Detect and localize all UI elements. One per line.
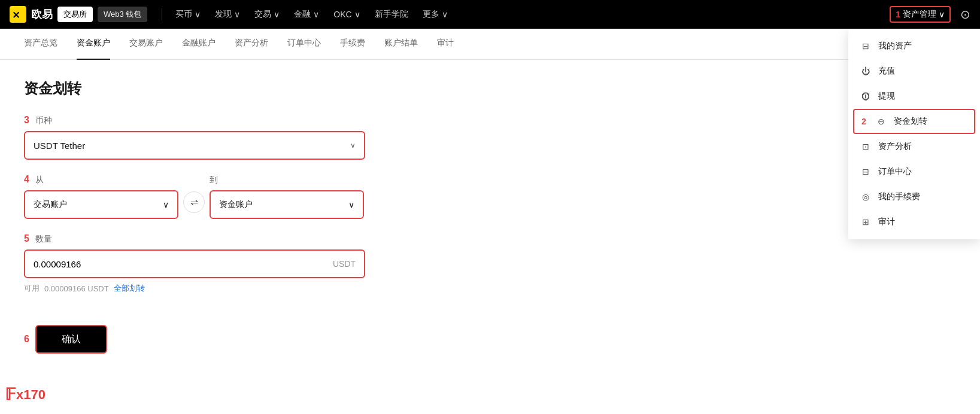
dropdown-order-center[interactable]: ⊟ 订单中心 xyxy=(848,159,980,184)
currency-section: 3 币种 USDT Tether ∨ xyxy=(24,115,431,160)
subnav-funding[interactable]: 资金账户 xyxy=(77,29,110,60)
web3-wallet-pill[interactable]: Web3 钱包 xyxy=(98,7,147,22)
order-center-label: 订单中心 xyxy=(878,166,912,177)
from-account-select[interactable]: 交易账户 ∨ xyxy=(24,190,178,219)
deposit-icon: ⏻ xyxy=(860,66,871,76)
nav-item-academy[interactable]: 新手学院 xyxy=(369,7,414,22)
audit-label: 审计 xyxy=(878,217,895,227)
my-fees-icon: ◎ xyxy=(860,192,871,202)
chevron-down-icon: ∨ xyxy=(348,200,354,209)
subnav-orders[interactable]: 订单中心 xyxy=(287,29,321,60)
quantity-unit: USDT xyxy=(333,259,356,269)
my-fees-label: 我的手续费 xyxy=(878,191,920,202)
order-center-icon: ⊟ xyxy=(860,167,871,176)
from-to-row: 4 从 交易账户 ∨ ⇌ 到 资金账户 ∨ xyxy=(24,174,431,219)
subnav-trading[interactable]: 交易账户 xyxy=(129,29,163,60)
step2-label: 2 xyxy=(861,117,866,126)
dropdown-panel: ⊟ 我的资产 ⏻ 充值 ⏼ 提现 2 ⊖ 资金划转 ⊡ 资产分析 ⊟ 订单中心 … xyxy=(848,29,980,239)
currency-select[interactable]: USDT Tether ∨ xyxy=(24,131,365,160)
quantity-input[interactable] xyxy=(34,259,333,269)
transfer-icon: ⊖ xyxy=(876,117,887,126)
nav-item-finance[interactable]: 金融∨ xyxy=(288,7,325,22)
swap-button[interactable]: ⇌ xyxy=(183,191,205,213)
step1-label: 1 xyxy=(896,10,900,19)
nav-right: 1 资产管理 ∨ ⊙ xyxy=(890,6,970,23)
top-navigation: ✕ 欧易 交易所 Web3 钱包 买币∨ 发现∨ 交易∨ 金融∨ OKC∨ 新手… xyxy=(0,0,980,29)
step4-label: 4 xyxy=(24,174,29,184)
confirm-section: 6 确认 xyxy=(24,308,431,354)
nav-item-discover[interactable]: 发现∨ xyxy=(209,7,246,22)
to-account-select[interactable]: 资金账户 ∨ xyxy=(210,190,364,219)
subnav-audit[interactable]: 审计 xyxy=(437,29,454,60)
nav-divider xyxy=(162,8,162,20)
logo[interactable]: ✕ 欧易 xyxy=(10,6,53,23)
user-icon[interactable]: ⊙ xyxy=(960,7,970,22)
to-label: 到 xyxy=(210,175,364,185)
transfer-label: 资金划转 xyxy=(894,116,927,127)
asset-management-button[interactable]: 1 资产管理 ∨ xyxy=(890,6,951,23)
currency-value: USDT Tether xyxy=(34,141,350,151)
svg-text:✕: ✕ xyxy=(12,10,20,20)
quantity-input-wrapper: USDT xyxy=(24,249,365,278)
my-assets-label: 我的资产 xyxy=(878,41,912,51)
subnav-financial[interactable]: 金融账户 xyxy=(182,29,216,60)
nav-item-okc[interactable]: OKC∨ xyxy=(327,7,366,22)
subnav-statements[interactable]: 账户结单 xyxy=(384,29,418,60)
subnav-overview[interactable]: 资产总览 xyxy=(24,29,57,60)
asset-mgmt-label: 资产管理 xyxy=(903,9,936,20)
quantity-section: 5 数量 USDT 可用 0.00009166 USDT 全部划转 xyxy=(24,233,431,294)
nav-items: 买币∨ 发现∨ 交易∨ 金融∨ OKC∨ 新手学院 更多∨ xyxy=(169,7,890,22)
step3-label: 3 xyxy=(24,115,29,125)
chevron-down-icon: ∨ xyxy=(939,10,945,19)
subnav-analysis[interactable]: 资产分析 xyxy=(235,29,268,60)
currency-label: 3 币种 xyxy=(24,115,431,126)
logo-text: 欧易 xyxy=(31,7,53,22)
withdraw-icon: ⏼ xyxy=(860,92,871,101)
dropdown-transfer[interactable]: 2 ⊖ 资金划转 xyxy=(853,109,975,134)
withdraw-label: 提现 xyxy=(878,91,895,102)
from-value: 交易账户 xyxy=(34,199,163,210)
from-column: 4 从 交易账户 ∨ xyxy=(24,174,178,219)
confirm-button[interactable]: 确认 xyxy=(35,325,107,354)
quantity-label: 5 数量 xyxy=(24,233,431,245)
nav-item-buy[interactable]: 买币∨ xyxy=(169,7,207,22)
available-label: 可用 xyxy=(24,283,40,294)
audit-icon: ⊞ xyxy=(860,217,871,227)
subnav-fees[interactable]: 手续费 xyxy=(340,29,365,60)
chevron-down-icon: ∨ xyxy=(350,141,356,150)
dropdown-asset-analysis[interactable]: ⊡ 资产分析 xyxy=(848,134,980,159)
available-row: 可用 0.00009166 USDT 全部划转 xyxy=(24,283,431,294)
sub-navigation: 资产总览 资金账户 交易账户 金融账户 资产分析 订单中心 手续费 账户结单 审… xyxy=(0,29,980,60)
step6-label: 6 xyxy=(24,334,29,344)
dropdown-audit[interactable]: ⊞ 审计 xyxy=(848,209,980,235)
my-assets-icon: ⊟ xyxy=(860,41,871,51)
to-column: 到 资金账户 ∨ xyxy=(210,175,364,219)
dropdown-my-fees[interactable]: ◎ 我的手续费 xyxy=(848,184,980,209)
nav-item-more[interactable]: 更多∨ xyxy=(417,7,454,22)
nav-item-trade[interactable]: 交易∨ xyxy=(248,7,286,22)
from-label: 4 从 xyxy=(24,174,178,185)
dropdown-withdraw[interactable]: ⏼ 提现 xyxy=(848,84,980,109)
main-content: 资金划转 3 币种 USDT Tether ∨ 4 从 交易账户 ∨ xyxy=(0,60,455,373)
step5-label: 5 xyxy=(24,233,29,243)
deposit-label: 充值 xyxy=(878,66,895,77)
exchange-pill[interactable]: 交易所 xyxy=(57,7,93,22)
page-title: 资金划转 xyxy=(24,79,431,98)
asset-analysis-label: 资产分析 xyxy=(878,141,912,152)
swap-icon: ⇌ xyxy=(190,196,198,208)
asset-analysis-icon: ⊡ xyxy=(860,142,871,151)
from-to-section: 4 从 交易账户 ∨ ⇌ 到 资金账户 ∨ xyxy=(24,174,431,219)
chevron-down-icon: ∨ xyxy=(163,200,169,209)
dropdown-deposit[interactable]: ⏻ 充值 xyxy=(848,59,980,84)
dropdown-my-assets[interactable]: ⊟ 我的资产 xyxy=(848,34,980,59)
transfer-all-link[interactable]: 全部划转 xyxy=(114,283,145,294)
to-value: 资金账户 xyxy=(219,199,348,210)
available-amount: 0.00009166 USDT xyxy=(44,284,109,293)
